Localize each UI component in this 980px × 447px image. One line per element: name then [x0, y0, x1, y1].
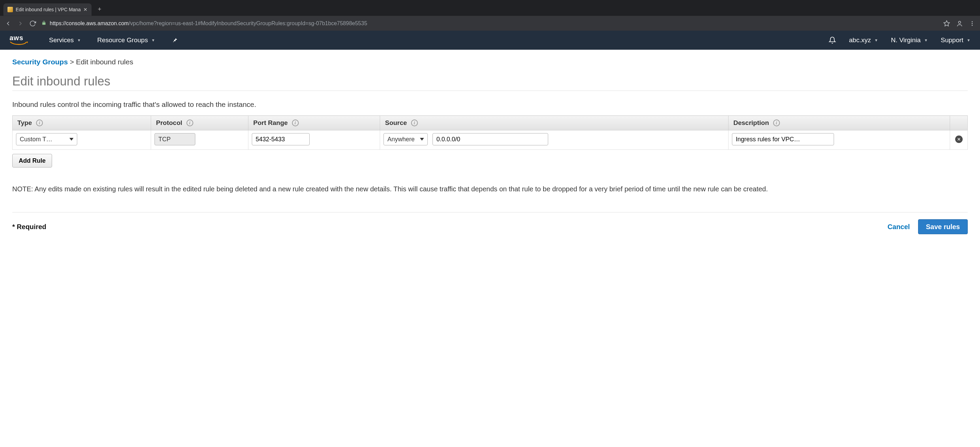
- required-label: * Required: [12, 223, 46, 231]
- svg-marker-0: [944, 21, 950, 26]
- rule-description-value[interactable]: [736, 136, 830, 143]
- new-tab-button[interactable]: +: [94, 3, 105, 16]
- remove-rule-button[interactable]: [955, 136, 963, 143]
- nav-services[interactable]: Services ▼: [49, 37, 81, 44]
- nav-pin-icon[interactable]: [172, 37, 178, 43]
- notifications-bell-icon[interactable]: [829, 37, 836, 44]
- forward-button[interactable]: [17, 20, 24, 27]
- address-bar: https://console.aws.amazon.com/vpc/home?…: [0, 16, 980, 30]
- rule-source-preset-select[interactable]: Anywhere: [383, 133, 428, 145]
- chevron-down-icon: ▼: [924, 38, 928, 42]
- note-text: NOTE: Any edits made on existing rules w…: [12, 185, 968, 194]
- svg-point-4: [972, 24, 973, 26]
- rule-source-cidr-value[interactable]: [436, 136, 544, 143]
- rule-port-input[interactable]: [252, 133, 310, 145]
- rules-table: Typei Protocoli Port Rangei Sourcei Desc…: [12, 115, 968, 150]
- bookmark-star-icon[interactable]: [943, 20, 950, 27]
- rule-source-cidr-input[interactable]: [433, 133, 548, 145]
- cancel-button[interactable]: Cancel: [888, 223, 910, 231]
- nav-account-label: abc.xyz: [849, 37, 871, 44]
- col-header-remove: [950, 116, 968, 130]
- col-header-port: Port Rangei: [248, 116, 380, 130]
- nav-support-label: Support: [941, 37, 964, 44]
- aws-logo-text: aws: [10, 34, 24, 41]
- chevron-down-icon: [69, 138, 73, 140]
- browser-tab[interactable]: Edit inbound rules | VPC Mana ✕: [3, 3, 92, 16]
- info-icon[interactable]: i: [186, 120, 193, 126]
- rule-description-input[interactable]: [732, 133, 834, 145]
- svg-point-1: [959, 21, 961, 24]
- svg-point-2: [972, 21, 973, 22]
- kebab-menu-icon[interactable]: [969, 21, 975, 27]
- col-header-type: Typei: [13, 116, 151, 130]
- breadcrumb-parent-link[interactable]: Security Groups: [12, 58, 68, 66]
- add-rule-button[interactable]: Add Rule: [12, 154, 52, 168]
- chevron-down-icon: ▼: [874, 38, 878, 42]
- nav-resource-groups[interactable]: Resource Groups ▼: [97, 37, 155, 44]
- lock-icon: [41, 21, 46, 27]
- chevron-down-icon: ▼: [967, 38, 970, 42]
- url-path: /vpc/home?region=us-east-1#ModifyInbound…: [129, 21, 367, 26]
- chevron-down-icon: [420, 138, 424, 140]
- info-icon[interactable]: i: [292, 120, 299, 126]
- nav-services-label: Services: [49, 37, 74, 44]
- url-origin: https://console.aws.amazon.com: [50, 21, 129, 26]
- aws-logo[interactable]: aws: [10, 34, 29, 46]
- nav-region-label: N. Virginia: [891, 37, 920, 44]
- col-header-source: Sourcei: [380, 116, 729, 130]
- rule-port-value[interactable]: [256, 136, 306, 143]
- reload-button[interactable]: [29, 20, 36, 27]
- svg-point-3: [972, 23, 973, 24]
- intro-text: Inbound rules control the incoming traff…: [12, 101, 968, 109]
- breadcrumb: Security Groups > Edit inbound rules: [12, 58, 968, 66]
- page-title: Edit inbound rules: [12, 74, 968, 91]
- tab-title: Edit inbound rules | VPC Mana: [16, 7, 81, 12]
- info-icon[interactable]: i: [411, 120, 418, 126]
- table-row: Custom T… TCP A: [13, 130, 968, 150]
- aws-favicon-icon: [8, 7, 13, 12]
- col-header-protocol: Protocoli: [151, 116, 248, 130]
- aws-smile-icon: [10, 41, 29, 46]
- aws-top-nav: aws Services ▼ Resource Groups ▼ abc.xyz…: [0, 30, 980, 50]
- rule-protocol-field: TCP: [154, 133, 195, 145]
- chevron-down-icon: ▼: [77, 38, 81, 42]
- tab-strip: Edit inbound rules | VPC Mana ✕ +: [0, 0, 980, 16]
- footer-bar: * Required Cancel Save rules: [12, 212, 968, 248]
- breadcrumb-current: Edit inbound rules: [76, 58, 133, 66]
- url-field[interactable]: https://console.aws.amazon.com/vpc/home?…: [41, 21, 938, 27]
- rule-type-value: Custom T…: [20, 136, 52, 143]
- info-icon[interactable]: i: [36, 120, 43, 126]
- info-icon[interactable]: i: [773, 120, 780, 126]
- back-button[interactable]: [5, 20, 11, 27]
- chevron-down-icon: ▼: [151, 38, 155, 42]
- nav-resource-groups-label: Resource Groups: [97, 37, 148, 44]
- profile-icon[interactable]: [956, 20, 963, 27]
- rule-source-preset-value: Anywhere: [387, 136, 414, 143]
- page: Security Groups > Edit inbound rules Edi…: [0, 50, 980, 202]
- col-header-description: Descriptioni: [729, 116, 950, 130]
- save-rules-button[interactable]: Save rules: [918, 219, 968, 234]
- nav-account[interactable]: abc.xyz ▼: [849, 37, 878, 44]
- close-tab-icon[interactable]: ✕: [83, 7, 88, 12]
- breadcrumb-sep: >: [70, 58, 76, 66]
- rule-protocol-value: TCP: [158, 136, 170, 143]
- browser-chrome: Edit inbound rules | VPC Mana ✕ + https:…: [0, 0, 980, 30]
- nav-region[interactable]: N. Virginia ▼: [891, 37, 928, 44]
- nav-support[interactable]: Support ▼: [941, 37, 970, 44]
- rule-type-select[interactable]: Custom T…: [16, 133, 77, 145]
